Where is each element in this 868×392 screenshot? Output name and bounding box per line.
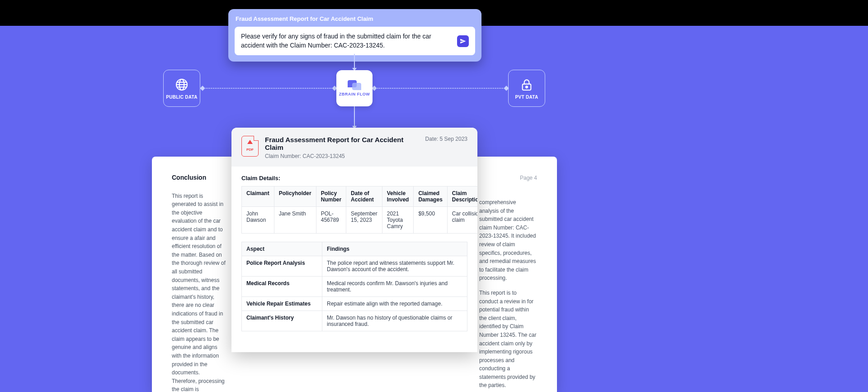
send-button[interactable]	[457, 35, 469, 47]
connector-line	[354, 106, 355, 128]
table-header: Claimant	[242, 186, 274, 207]
zbrain-label: ZBRAIN FLOW	[339, 92, 370, 96]
table-cell: John Dawson	[242, 207, 274, 234]
table-cell: Police Report Analysis	[242, 256, 322, 277]
table-cell: 2021 Toyota Camry	[382, 207, 414, 234]
svg-point-4	[526, 86, 528, 88]
table-cell: The police report and witness statements…	[322, 256, 467, 277]
table-row: Medical RecordsMedical records confirm M…	[242, 277, 467, 297]
zbrain-icon	[348, 80, 361, 90]
table-header: Policy Number	[316, 186, 346, 207]
table-header: Claim Description	[447, 186, 477, 207]
report-card: PDF Fraud Assessment Report for Car Acci…	[231, 128, 477, 352]
table-row: Claimant's HistoryMr. Dawson has no hist…	[242, 311, 467, 331]
claim-details-table: ClaimantPolicyholderPolicy NumberDate of…	[241, 186, 477, 234]
table-cell: September 15, 2023	[346, 207, 382, 234]
lock-icon	[519, 77, 534, 92]
prompt-input-row: Please verify for any signs of fraud in …	[235, 27, 475, 55]
table-cell: Repair estimate align with the reported …	[322, 297, 467, 311]
send-icon	[460, 38, 466, 44]
table-header: Aspect	[242, 242, 322, 256]
table-cell: Mr. Dawson has no history of questionabl…	[322, 311, 467, 331]
table-cell: Medical records confirm Mr. Dawson's inj…	[322, 277, 467, 297]
table-cell: Vehicle Repair Estimates	[242, 297, 322, 311]
table-cell: $9,500	[414, 207, 447, 234]
table-cell: Jane Smith	[274, 207, 316, 234]
table-header: Findings	[322, 242, 467, 256]
report-title: Fraud Assessment Report for Car Accident…	[265, 136, 419, 151]
zbrain-flow-node: ZBRAIN FLOW	[336, 70, 373, 106]
table-row: Police Report AnalysisThe police report …	[242, 256, 467, 277]
back-right-para-2: This report is to conduct a review in fo…	[479, 289, 537, 390]
conclusion-text: This report is generated to assist in th…	[172, 192, 226, 392]
prompt-card: Fraud Assessment Report for Car Accident…	[228, 9, 481, 62]
table-cell: Medical Records	[242, 277, 322, 297]
table-header: Claimed Damages	[414, 186, 447, 207]
table-cell: POL-456789	[316, 207, 346, 234]
table-cell: Car collision claim	[447, 207, 477, 234]
claim-details-label: Claim Details:	[241, 175, 467, 182]
table-row: Vehicle Repair EstimatesRepair estimate …	[242, 297, 467, 311]
node-label: PVT DATA	[515, 95, 538, 100]
pdf-icon: PDF	[241, 136, 259, 157]
table-header: Date of Accident	[346, 186, 382, 207]
findings-table: AspectFindings Police Report AnalysisThe…	[241, 242, 467, 331]
table-header: Policyholder	[274, 186, 316, 207]
report-subtitle: Claim Number: CAC-2023-13245	[265, 153, 419, 159]
table-header: Vehicle Involved	[382, 186, 414, 207]
report-header: PDF Fraud Assessment Report for Car Acci…	[231, 128, 477, 167]
prompt-text[interactable]: Please verify for any signs of fraud in …	[241, 32, 453, 50]
back-right-para-1: comprehensive analysis of the submitted …	[479, 198, 537, 282]
table-cell: Claimant's History	[242, 311, 322, 331]
report-date: Date: 5 Sep 2023	[425, 136, 467, 142]
page-number: Page 4	[520, 174, 537, 182]
prompt-title: Fraud Assessment Report for Car Accident…	[235, 15, 475, 22]
public-data-node: PUBLIC DATA	[163, 70, 200, 107]
conclusion-heading: Conclusion	[172, 173, 226, 183]
pvt-data-node: PVT DATA	[508, 70, 545, 107]
node-label: PUBLIC DATA	[166, 95, 198, 100]
globe-icon	[175, 77, 189, 92]
connector-dotted	[201, 88, 336, 89]
connector-dotted	[373, 88, 508, 89]
